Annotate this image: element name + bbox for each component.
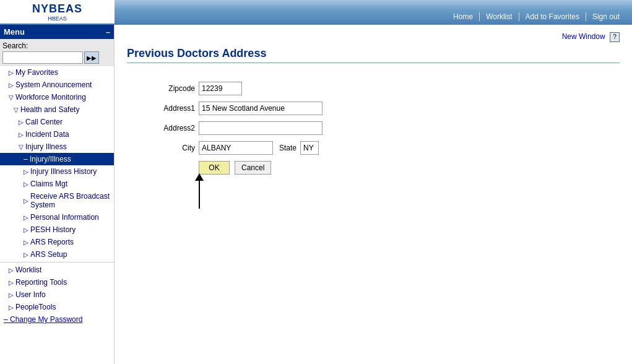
chevron-icon: ▽: [19, 144, 24, 150]
cancel-button[interactable]: Cancel: [235, 161, 271, 175]
new-window-bar: New Window ?: [127, 31, 620, 47]
ok-button[interactable]: OK: [199, 161, 230, 175]
chevron-icon: ▽: [9, 94, 14, 101]
arrow-line: [199, 181, 200, 209]
address2-label: Address2: [145, 124, 195, 132]
search-label: Search:: [2, 41, 111, 50]
nav-worklist[interactable]: Worklist: [480, 12, 519, 21]
top-nav: Home Worklist Add to Favorites Sign out: [447, 12, 626, 21]
sidebar-label: Health and Safety: [20, 105, 79, 114]
chevron-icon: ▷: [9, 82, 14, 89]
help-icon[interactable]: ?: [610, 32, 620, 42]
sidebar-item-personal-information[interactable]: ▷ Personal Information: [0, 211, 114, 223]
main-layout: Menu – Search: ▶▶ ▷ My Favorites ▷ Syste…: [0, 25, 632, 364]
sidebar-item-injury-illness-history[interactable]: ▷ Injury Illness History: [0, 165, 114, 178]
sidebar-label: My Favorites: [15, 68, 58, 77]
sidebar-item-workforce-monitoring[interactable]: ▽ Workforce Monitoring: [0, 91, 114, 103]
chevron-icon: ▷: [9, 69, 14, 76]
arrow-head: [195, 173, 204, 181]
city-state-row: City State: [145, 141, 620, 155]
logo-main: NYBEAS: [32, 2, 82, 15]
state-input[interactable]: [300, 141, 319, 155]
logo-sub: HBEAS: [32, 15, 82, 22]
sidebar-label: Personal Information: [30, 213, 99, 222]
zipcode-label: Zipcode: [145, 84, 195, 93]
new-window-link[interactable]: New Window: [562, 32, 605, 41]
sidebar-label: Injury Illness History: [30, 167, 97, 176]
city-input[interactable]: [199, 141, 273, 155]
search-button[interactable]: ▶▶: [84, 51, 99, 64]
sidebar-item-incident-data[interactable]: ▷ Incident Data: [0, 128, 114, 141]
sidebar-item-receive-ars-broadcast[interactable]: ▷ Receive ARS Broadcast System: [0, 190, 114, 211]
sidebar-collapse-icon[interactable]: –: [106, 28, 110, 37]
address1-row: Address1: [145, 102, 620, 115]
sidebar-label: ARS Reports: [30, 238, 74, 246]
chevron-icon: ▷: [24, 181, 28, 188]
sidebar-label: Incident Data: [25, 130, 69, 139]
chevron-icon: ▽: [14, 106, 19, 113]
sidebar-label: PeopleTools: [15, 303, 56, 311]
sidebar-label: Workforce Monitoring: [15, 93, 86, 102]
sidebar: Menu – Search: ▶▶ ▷ My Favorites ▷ Syste…: [0, 25, 115, 364]
chevron-icon: ▷: [19, 131, 24, 138]
sidebar-item-claims-mgt[interactable]: ▷ Claims Mgt: [0, 178, 114, 190]
chevron-icon: ▷: [19, 119, 24, 126]
sidebar-label: Claims Mgt: [30, 180, 67, 188]
sidebar-label: Injury Illness: [25, 142, 67, 151]
chevron-icon: ▷: [9, 279, 14, 286]
chevron-icon: ▷: [9, 292, 14, 298]
chevron-icon: ▷: [24, 168, 28, 175]
sidebar-label: ARS Setup: [30, 250, 67, 259]
sidebar-label: System Announcement: [15, 80, 92, 89]
nav-sign-out[interactable]: Sign out: [586, 12, 626, 21]
sidebar-item-reporting-tools[interactable]: ▷ Reporting Tools: [0, 276, 114, 288]
sidebar-label: Receive ARS Broadcast System: [30, 192, 110, 209]
chevron-icon: ▷: [9, 304, 14, 311]
chevron-icon: ▷: [24, 239, 28, 246]
address1-input[interactable]: [199, 102, 322, 115]
nav-home[interactable]: Home: [447, 12, 480, 21]
sidebar-label: – Injury/Illness: [24, 155, 71, 163]
arrow-annotation: [199, 181, 200, 209]
chevron-icon: ▷: [24, 197, 28, 204]
sidebar-item-my-favorites[interactable]: ▷ My Favorites: [0, 66, 114, 79]
sidebar-item-ars-setup[interactable]: ▷ ARS Setup: [0, 248, 114, 261]
zipcode-row: Zipcode: [145, 82, 620, 95]
chevron-icon: ▷: [24, 214, 28, 221]
sidebar-label: Worklist: [15, 266, 41, 274]
sidebar-item-injury-illness-active[interactable]: – Injury/Illness: [0, 153, 114, 165]
chevron-icon: ▷: [24, 227, 28, 233]
sidebar-item-system-announcement[interactable]: ▷ System Announcement: [0, 79, 114, 91]
sidebar-item-health-and-safety[interactable]: ▽ Health and Safety: [0, 103, 114, 116]
sidebar-label: Reporting Tools: [15, 278, 67, 287]
change-password-link[interactable]: – Change My Password: [0, 313, 114, 326]
sidebar-label: User Info: [15, 290, 46, 299]
zipcode-input[interactable]: [199, 82, 242, 95]
sidebar-label: PESH History: [30, 225, 76, 234]
address1-label: Address1: [145, 104, 195, 113]
button-row: OK Cancel: [199, 161, 620, 175]
sidebar-item-call-center[interactable]: ▷ Call Center: [0, 116, 114, 128]
sidebar-item-pesh-history[interactable]: ▷ PESH History: [0, 223, 114, 236]
sidebar-item-worklist[interactable]: ▷ Worklist: [0, 264, 114, 276]
sidebar-title: Menu: [4, 27, 25, 37]
page-title: Previous Doctors Address: [127, 47, 620, 63]
chevron-icon: ▷: [24, 251, 28, 258]
sidebar-header: Menu –: [0, 25, 114, 39]
sidebar-item-injury-illness[interactable]: ▽ Injury Illness: [0, 141, 114, 153]
chevron-icon: ▷: [9, 267, 14, 274]
city-label: City: [145, 144, 195, 152]
sidebar-label: Call Center: [25, 118, 63, 126]
address2-row: Address2: [145, 121, 620, 135]
address2-input[interactable]: [199, 121, 322, 135]
search-area: Search: ▶▶: [0, 39, 114, 66]
sidebar-item-ars-reports[interactable]: ▷ ARS Reports: [0, 236, 114, 248]
logo-area: NYBEAS HBEAS: [0, 0, 115, 25]
nav-add-favorites[interactable]: Add to Favorites: [519, 12, 586, 21]
sidebar-item-user-info[interactable]: ▷ User Info: [0, 288, 114, 301]
search-input[interactable]: [2, 51, 83, 64]
state-label: State: [279, 144, 297, 152]
form-area: Zipcode Address1 Address2 City Stat: [127, 76, 620, 175]
sidebar-item-people-tools[interactable]: ▷ PeopleTools: [0, 301, 114, 313]
content-area: New Window ? Previous Doctors Address Zi…: [115, 25, 632, 364]
